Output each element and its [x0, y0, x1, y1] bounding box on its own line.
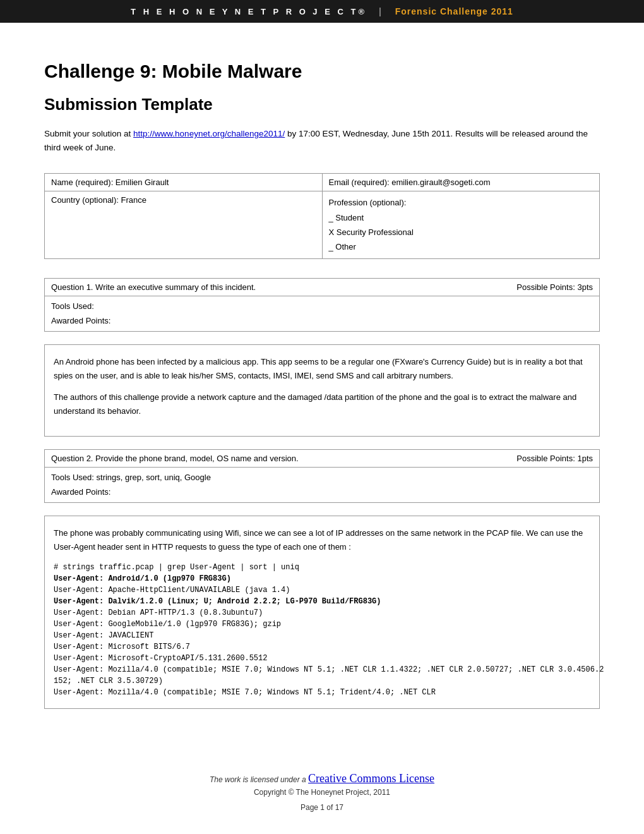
- question1-box: Question 1. Write an executive summary o…: [44, 278, 600, 332]
- footer-italic: The work is licensed under a: [210, 775, 306, 784]
- code-line: User-Agent: Android/1.0 (lgp970 FRG83G): [54, 573, 590, 584]
- code-line: User-Agent: Debian APT-HTTP/1.3 (0.8.3ub…: [54, 607, 590, 619]
- code-line: User-Agent: Mozilla/4.0 (compatible; MSI…: [54, 664, 590, 675]
- q2-tools-label: Tools Used: strings, grep, sort, uniq, G…: [51, 473, 211, 482]
- header-bar: T H E H O N E Y N E T P R O J E C T® | F…: [0, 0, 644, 23]
- question1-meta: Tools Used: Awarded Points:: [45, 296, 599, 331]
- info-table: Name (required): Emilien Girault Email (…: [44, 173, 600, 259]
- page-number: Page 1 of 17: [0, 803, 644, 812]
- code-line: User-Agent: Microsoft-CryptoAPI/5.131.26…: [54, 653, 590, 664]
- code-line: User-Agent: JAVACLIENT: [54, 630, 590, 641]
- honeynet-text: T H E H O N E Y N E T P R O J E C T®: [131, 7, 367, 16]
- code-line: # strings traffic.pcap | grep User-Agent…: [54, 562, 590, 573]
- answer2-content: The phone was probably communicating usi…: [44, 516, 600, 709]
- q2-awarded-label: Awarded Points:: [51, 487, 110, 497]
- profession-label: Profession (optional):: [329, 198, 407, 207]
- footer: The work is licensed under a Creative Co…: [0, 759, 644, 818]
- answer1-content: An Android phone has been infected by a …: [44, 344, 600, 437]
- profession-security: X Security Professional: [329, 227, 414, 237]
- main-content: Challenge 9: Mobile Malware Submission T…: [0, 23, 644, 759]
- question1-text: Question 1. Write an executive summary o…: [51, 282, 256, 292]
- header-separator: |: [379, 6, 383, 16]
- question2-points: Possible Points: 1pts: [516, 454, 593, 463]
- intro-text-before: Submit your solution at: [44, 129, 133, 138]
- email-cell: Email (required): emilien.girault@sogeti…: [322, 174, 600, 191]
- challenge-link[interactable]: http://www.honeynet.org/challenge2011/: [133, 129, 285, 138]
- answer1-para2: The authors of this challenge provide a …: [54, 390, 590, 418]
- intro-paragraph: Submit your solution at http://www.honey…: [44, 127, 600, 154]
- answer1-para1: An Android phone has been infected by a …: [54, 355, 590, 383]
- footer-license-line: The work is licensed under a Creative Co…: [0, 772, 644, 785]
- question1-header: Question 1. Write an executive summary o…: [45, 279, 599, 296]
- code-block: # strings traffic.pcap | grep User-Agent…: [54, 562, 590, 698]
- info-row-2: Country (optional): France Profession (o…: [45, 191, 600, 259]
- code-line: User-Agent: Apache-HttpClient/UNAVAILABL…: [54, 584, 590, 596]
- code-line: User-Agent: Microsoft BITS/6.7: [54, 641, 590, 653]
- profession-cell: Profession (optional): _ Student X Secur…: [322, 191, 600, 259]
- answer2-intro: The phone was probably communicating usi…: [54, 526, 590, 554]
- q1-tools-label: Tools Used:: [51, 301, 94, 311]
- q1-awarded-label: Awarded Points:: [51, 316, 110, 325]
- code-line: User-Agent: GoogleMobile/1.0 (lgp970 FRG…: [54, 619, 590, 630]
- country-cell: Country (optional): France: [45, 191, 323, 259]
- question2-header: Question 2. Provide the phone brand, mod…: [45, 450, 599, 468]
- question1-points: Possible Points: 3pts: [516, 282, 593, 292]
- question2-text: Question 2. Provide the phone brand, mod…: [51, 454, 299, 463]
- header-challenge-title: Forensic Challenge 2011: [395, 6, 513, 16]
- footer-copyright: Copyright © The Honeynet Project, 2011: [0, 788, 644, 797]
- code-line: User-Agent: Mozilla/4.0 (compatible; MSI…: [54, 687, 590, 698]
- code-line: 152; .NET CLR 3.5.30729): [54, 675, 590, 687]
- creative-commons-link[interactable]: Creative Commons License: [308, 772, 434, 785]
- question2-meta: Tools Used: strings, grep, sort, uniq, G…: [45, 468, 599, 502]
- info-row-1: Name (required): Emilien Girault Email (…: [45, 174, 600, 191]
- page-title: Challenge 9: Mobile Malware: [44, 61, 600, 82]
- page-subtitle: Submission Template: [44, 95, 600, 114]
- name-cell: Name (required): Emilien Girault: [45, 174, 323, 191]
- code-line: User-Agent: Dalvik/1.2.0 (Linux; U; Andr…: [54, 596, 590, 607]
- profession-other: _ Other: [329, 242, 356, 251]
- question2-box: Question 2. Provide the phone brand, mod…: [44, 449, 600, 503]
- profession-student: _ Student: [329, 213, 364, 222]
